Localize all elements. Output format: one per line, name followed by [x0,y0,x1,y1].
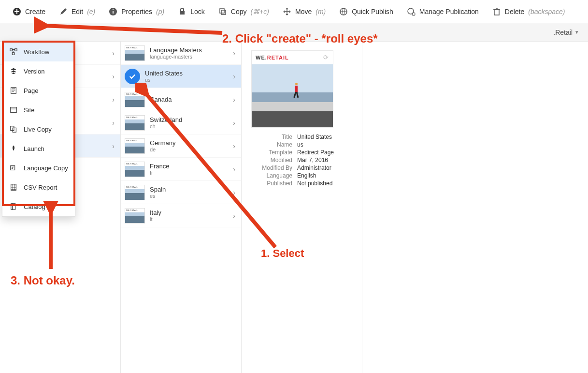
svg-rect-11 [10,49,12,51]
meta-value: Not published [297,180,348,187]
meta-key: Language [251,172,292,179]
chevron-right-icon: › [233,212,235,220]
row-title: United States [145,70,228,77]
list-item-selected[interactable]: United Statesus › [121,65,241,88]
chevron-down-icon[interactable]: ▾ [575,29,578,35]
row-subtitle: it [150,216,228,222]
delete-button[interactable]: Delete (backspace) [486,0,572,23]
edit-label: Edit [72,8,83,15]
svg-rect-16 [11,126,14,131]
meta-key: Title [251,134,292,140]
info-icon [109,7,117,16]
copy-icon [218,7,227,16]
column-level-2: Language Masterslanguage-masters › Unite… [121,42,242,373]
svg-rect-14 [11,88,16,93]
chevron-right-icon: › [112,49,115,57]
menu-item-page[interactable]: Page [2,81,75,100]
menu-item-workflow[interactable]: Workflow [2,42,75,61]
properties-button[interactable]: Properties (p) [102,0,171,23]
page-thumbnail [125,162,145,177]
chevron-right-icon: › [112,142,115,150]
menu-label: Launch [24,145,44,152]
menu-item-site[interactable]: Site [2,100,75,119]
list-item[interactable]: Canada › [121,88,241,111]
manage-publication-button[interactable]: Manage Publication [400,0,486,23]
trash-icon [492,7,501,16]
copy-hint: (⌘+c) [250,8,269,15]
svg-rect-10 [494,10,499,15]
menu-item-catalog[interactable]: Catalog [2,197,75,216]
copy-button[interactable]: Copy (⌘+c) [212,0,276,23]
svg-rect-12 [15,49,17,51]
list-item[interactable]: Spaines › [121,181,241,204]
move-label: Move [295,8,312,15]
svg-rect-13 [12,53,14,55]
meta-key: Name [251,141,292,148]
lock-button[interactable]: Lock [171,0,212,23]
manage-publication-label: Manage Publication [419,8,479,15]
language-copy-icon [9,164,18,172]
menu-item-live-copy[interactable]: Live Copy [2,119,75,139]
meta-key: Published [251,180,292,187]
column-empty [362,42,588,373]
edit-hint: (e) [87,8,95,15]
row-title: France [150,163,228,170]
row-title: Language Masters [150,46,228,54]
chevron-right-icon: › [112,73,115,80]
page-thumbnail [125,92,145,107]
row-subtitle: de [150,147,228,152]
chevron-right-icon: › [112,119,115,127]
version-icon [9,67,18,75]
create-button[interactable]: Create [6,0,52,23]
catalog-icon [9,202,18,211]
page-thumbnail [125,115,145,131]
svg-rect-3 [113,9,114,10]
menu-label: Page [24,87,38,94]
meta-value: Administrator [297,164,348,171]
list-item[interactable]: Francefr › [121,158,241,181]
svg-point-9 [412,13,415,15]
meta-key: Template [251,149,292,156]
chevron-right-icon: › [112,96,115,104]
meta-value: Redirect Page [297,149,348,156]
globe-icon [339,7,348,16]
svg-rect-4 [180,11,185,15]
quick-publish-button[interactable]: Quick Publish [332,0,400,23]
lock-icon [178,7,186,16]
preview-metadata: TitleUnited States Nameus TemplateRedire… [251,134,348,187]
edit-button[interactable]: Edit (e) [52,0,102,23]
delete-hint: (backspace) [528,8,565,15]
list-item[interactable]: Italyit › [121,204,241,227]
delete-label: Delete [505,8,524,15]
meta-key: Modified [251,157,292,164]
menu-item-csv-report[interactable]: CSV Report [2,178,75,197]
svg-rect-2 [113,11,114,14]
meta-key: Modified By [251,164,292,171]
preview-card-header: WE.RETAIL ⟳ [252,51,333,64]
list-item[interactable]: Language Masterslanguage-masters › [121,42,241,65]
brand-retail: RETAIL [267,55,289,60]
menu-item-language-copy[interactable]: Language Copy [2,158,75,178]
move-button[interactable]: Move (m) [276,0,332,23]
meta-value: us [297,141,348,148]
menu-item-launch[interactable]: Launch [2,139,75,158]
row-title: Canada [150,96,228,103]
breadcrumb: .Retail ▾ [0,23,588,42]
svg-rect-17 [13,128,16,132]
page-thumbnail [125,185,145,200]
menu-item-version[interactable]: Version [2,61,75,81]
row-title: Switzerland [150,116,228,123]
brand-we: WE. [256,55,267,60]
workflow-icon [9,47,18,56]
properties-hint: (p) [156,8,164,15]
meta-value: United States [297,134,348,140]
svg-rect-18 [11,166,15,170]
breadcrumb-current[interactable]: .Retail [553,29,573,36]
list-item[interactable]: Switzerlandch › [121,111,241,134]
copy-label: Copy [231,8,247,15]
chevron-right-icon: › [233,119,235,127]
plus-icon [13,7,21,16]
action-toolbar: Create Edit (e) Properties (p) Lock Copy… [0,0,588,23]
menu-label: CSV Report [24,184,57,191]
list-item[interactable]: Germanyde › [121,134,241,158]
